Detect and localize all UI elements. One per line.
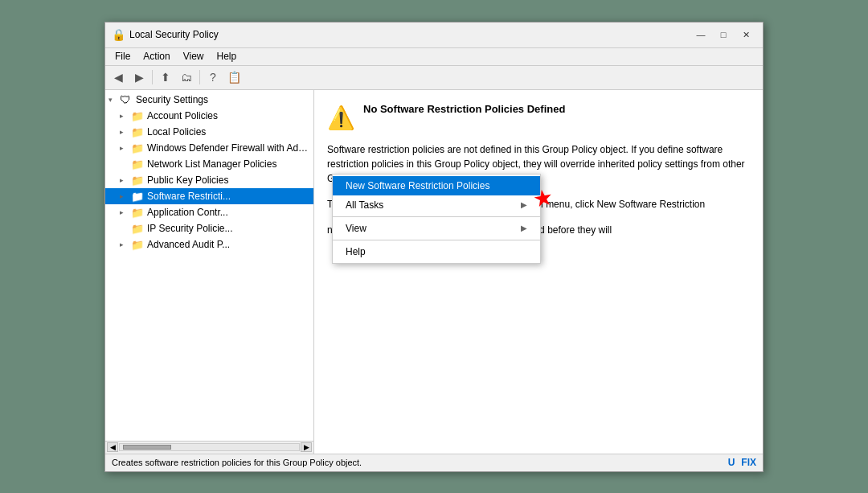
minimize-button[interactable]: — [690, 27, 711, 43]
ctx-all-tasks-label: All Tasks [346, 199, 383, 211]
folder-icon [131, 158, 144, 170]
ctx-separator-1 [333, 216, 540, 217]
sidebar-label-application-control: Application Contr... [147, 207, 228, 218]
chevron-icon: ▸ [120, 112, 131, 120]
chevron-icon: ▾ [108, 96, 120, 104]
context-menu: New Software Restriction Policies All Ta… [332, 174, 541, 264]
sidebar-item-network-list[interactable]: Network List Manager Policies [105, 156, 313, 172]
toolbar-separator-2 [199, 70, 200, 84]
sidebar-label-software-restriction: Software Restricti... [147, 191, 231, 202]
sidebar-label-account-policies: Account Policies [147, 110, 218, 121]
ctx-help[interactable]: Help [333, 242, 540, 261]
chevron-icon: ▸ [120, 208, 131, 216]
sidebar-item-security-settings[interactable]: ▾ 🛡 Security Settings [105, 92, 313, 108]
folder-icon [131, 125, 144, 138]
folder-icon [131, 238, 144, 251]
main-area: ▾ 🛡 Security Settings ▸ Account Policies… [105, 90, 763, 454]
content-header: ⚠️ No Software Restriction Policies Defi… [327, 103, 750, 131]
scroll-thumb[interactable] [123, 445, 171, 450]
properties-button[interactable]: 📋 [224, 68, 244, 87]
ctx-view[interactable]: View ▶ [333, 219, 540, 238]
folder-icon [131, 142, 144, 154]
menu-view[interactable]: View [177, 49, 211, 64]
sidebar-item-public-key[interactable]: ▸ Public Key Policies [105, 172, 313, 188]
window-icon: 🔒 [112, 28, 125, 41]
chevron-icon: ▸ [120, 240, 131, 249]
window-controls: — □ ✕ [690, 27, 756, 43]
status-text: Creates software restriction policies fo… [112, 458, 362, 467]
sidebar-label-network-list: Network List Manager Policies [147, 158, 276, 170]
content-area: ⚠️ No Software Restriction Policies Defi… [314, 90, 763, 454]
status-u-link[interactable]: U [728, 457, 735, 468]
sidebar-item-software-restriction[interactable]: ▸ Software Restricti... [105, 188, 313, 204]
folder-icon [131, 174, 144, 187]
horizontal-scrollbar[interactable]: ◀ ▶ [105, 441, 314, 454]
ctx-new-software-label: New Software Restriction Policies [346, 180, 489, 191]
chevron-icon: ▸ [120, 176, 131, 184]
toolbar: ◀ ▶ ⬆ 🗂 ? 📋 [105, 66, 763, 90]
maximize-button[interactable]: □ [713, 27, 734, 43]
sidebar: ▾ 🛡 Security Settings ▸ Account Policies… [105, 90, 314, 454]
sidebar-label-local-policies: Local Policies [147, 126, 206, 138]
status-bar: Creates software restriction policies fo… [105, 454, 763, 471]
ctx-help-label: Help [346, 246, 366, 257]
chevron-icon: ▸ [120, 192, 131, 200]
scroll-track [119, 443, 300, 451]
menu-help[interactable]: Help [211, 49, 244, 64]
folder-icon [131, 206, 144, 219]
folder-icon [131, 222, 144, 235]
close-button[interactable]: ✕ [735, 27, 756, 43]
status-fix-link[interactable]: FIX [741, 457, 756, 468]
content-title: No Software Restriction Policies Defined [363, 103, 565, 115]
help-button[interactable]: ? [203, 68, 223, 87]
toolbar-separator-1 [152, 70, 153, 84]
forward-button[interactable]: ▶ [129, 68, 149, 87]
sidebar-item-local-policies[interactable]: ▸ Local Policies [105, 124, 313, 140]
back-button[interactable]: ◀ [108, 68, 128, 87]
main-window: 🔒 Local Security Policy — □ ✕ File Actio… [104, 22, 764, 472]
title-bar: 🔒 Local Security Policy — □ ✕ [105, 23, 763, 48]
sidebar-item-ip-security[interactable]: IP Security Policie... [105, 220, 313, 236]
sidebar-item-windows-defender[interactable]: ▸ Windows Defender Firewall with Adva... [105, 140, 313, 156]
sidebar-item-application-control[interactable]: ▸ Application Contr... [105, 204, 313, 220]
sidebar-label-advanced-audit: Advanced Audit P... [147, 239, 230, 250]
scroll-right-button[interactable]: ▶ [301, 442, 312, 452]
ctx-arrow-icon-2: ▶ [521, 224, 527, 232]
ctx-separator-2 [333, 240, 540, 240]
menu-file[interactable]: File [108, 49, 137, 64]
ctx-new-software[interactable]: New Software Restriction Policies [333, 176, 540, 195]
folder-icon [131, 109, 144, 122]
shield-icon: 🛡 [120, 93, 133, 106]
content-header-text: No Software Restriction Policies Defined [363, 103, 565, 120]
chevron-icon: ▸ [120, 144, 131, 152]
sidebar-label-public-key: Public Key Policies [147, 175, 228, 186]
warning-icon: ⚠️ [327, 105, 355, 131]
sidebar-label-security-settings: Security Settings [136, 94, 208, 105]
scroll-left-button[interactable]: ◀ [107, 442, 118, 452]
folder-button[interactable]: 🗂 [177, 68, 196, 87]
sidebar-label-windows-defender: Windows Defender Firewall with Adva... [147, 142, 310, 154]
window-title: Local Security Policy [129, 29, 690, 40]
menu-bar: File Action View Help [105, 48, 763, 66]
sidebar-item-account-policies[interactable]: ▸ Account Policies [105, 108, 313, 124]
chevron-icon: ▸ [120, 128, 131, 136]
ctx-view-label: View [346, 223, 366, 234]
sidebar-label-ip-security: IP Security Policie... [147, 223, 233, 234]
sidebar-item-advanced-audit[interactable]: ▸ Advanced Audit P... [105, 236, 313, 253]
up-button[interactable]: ⬆ [156, 68, 175, 87]
ctx-all-tasks[interactable]: All Tasks ▶ [333, 195, 540, 215]
ctx-arrow-icon: ▶ [521, 200, 527, 209]
folder-icon [131, 190, 144, 203]
status-right: U FIX [728, 457, 756, 468]
menu-action[interactable]: Action [137, 49, 176, 64]
